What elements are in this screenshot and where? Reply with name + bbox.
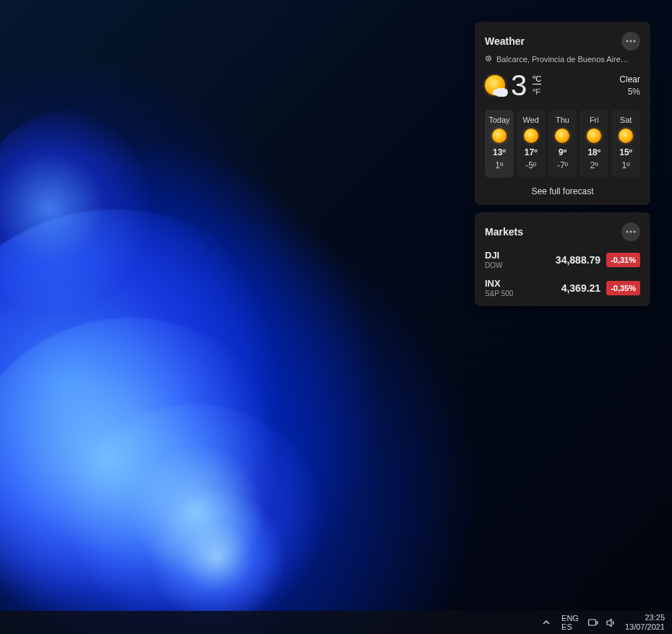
taskbar: ENG ES 23:25 13/07/2021 [0, 611, 672, 634]
sun-icon [555, 129, 569, 143]
svg-point-0 [626, 40, 629, 43]
unit-fahrenheit[interactable]: ºF [533, 87, 541, 96]
sun-icon [587, 129, 601, 143]
forecast-day[interactable]: Today 13º 1º [485, 110, 514, 178]
system-tray [587, 617, 616, 628]
see-full-forecast-link[interactable]: See full forecast [485, 186, 640, 196]
tray-overflow-button[interactable] [540, 616, 553, 629]
weather-title: Weather [485, 35, 525, 47]
svg-point-7 [634, 231, 636, 233]
unit-celsius[interactable]: ºC [533, 74, 541, 84]
chevron-up-icon [543, 619, 550, 626]
svg-point-1 [630, 40, 632, 43]
change-badge: -0,31% [606, 253, 640, 267]
markets-more-button[interactable] [621, 222, 640, 241]
svg-point-2 [634, 40, 636, 43]
markets-widget[interactable]: Markets DJI DOW 34,888.79 -0,31% INX S&P… [475, 212, 650, 306]
change-badge: -0,35% [606, 281, 640, 295]
forecast-day[interactable]: Thu 9º -7º [548, 110, 577, 178]
clock[interactable]: 23:25 13/07/2021 [625, 613, 665, 631]
forecast-day[interactable]: Wed 17º -5º [517, 110, 546, 178]
svg-point-5 [626, 231, 629, 233]
current-extra: 5% [619, 86, 640, 98]
sun-icon [524, 129, 538, 143]
svg-point-6 [630, 231, 632, 233]
svg-point-4 [488, 58, 489, 59]
volume-icon[interactable] [606, 617, 616, 628]
more-icon [626, 40, 636, 43]
weather-widget[interactable]: Weather Balcarce, Provincia de Buenos Ai… [475, 22, 650, 205]
svg-rect-8 [588, 620, 595, 625]
current-weather-icon [485, 75, 505, 95]
weather-more-button[interactable] [621, 32, 640, 51]
weather-location-text: Balcarce, Provincia de Buenos Aires, ... [496, 55, 631, 64]
more-icon [626, 230, 636, 233]
market-row[interactable]: DJI DOW 34,888.79 -0,31% [485, 250, 640, 269]
forecast-day[interactable]: Fri 18º 2º [580, 110, 608, 178]
forecast-row: Today 13º 1º Wed 17º -5º Thu 9º -7º Fri … [485, 110, 640, 178]
location-icon [485, 55, 492, 64]
current-condition: Clear [619, 74, 640, 86]
clock-date: 13/07/2021 [625, 622, 665, 632]
network-icon[interactable] [587, 617, 598, 628]
sun-icon [492, 129, 507, 143]
widgets-panel: Weather Balcarce, Provincia de Buenos Ai… [475, 22, 650, 313]
weather-location[interactable]: Balcarce, Provincia de Buenos Aires, ... [485, 55, 640, 64]
sun-icon [619, 129, 633, 143]
current-temp: 3 [511, 71, 527, 100]
clock-time: 23:25 [625, 613, 665, 622]
market-row[interactable]: INX S&P 500 4,369.21 -0,35% [485, 278, 640, 298]
markets-title: Markets [485, 226, 523, 238]
language-indicator[interactable]: ENG ES [561, 614, 579, 631]
forecast-day[interactable]: Sat 15º 1º [611, 110, 640, 178]
